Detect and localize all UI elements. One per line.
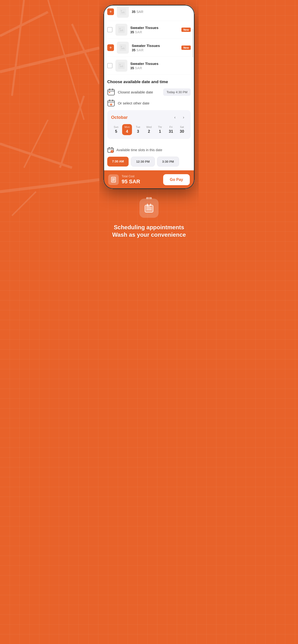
time-slot-330pm[interactable]: 3:30 PM [157, 157, 179, 166]
svg-rect-31 [109, 147, 110, 148]
new-badge-1: New [181, 28, 191, 32]
promo-section: Scheduling appointments Wash as your con… [106, 189, 192, 248]
calendar-days-grid: Sun 5 Mon 4 Tue 3 [111, 124, 187, 135]
new-badge-2: New [181, 46, 191, 50]
product-image-3 [115, 60, 127, 72]
receipt-icon [108, 174, 119, 185]
date-section: Choose available date and time Closest a… [103, 75, 195, 146]
promo-icon-wrapper [112, 198, 186, 218]
calendar-day-tue3[interactable]: Tue 3 [133, 124, 143, 135]
product-item-2: + Sweater Tissues 35 SAR [107, 39, 191, 57]
svg-rect-45 [150, 204, 151, 206]
product-checkbox-1[interactable] [107, 27, 112, 32]
product-image-1 [115, 24, 127, 36]
go-pay-button[interactable]: Go Pay [163, 174, 190, 185]
product-price-2: 35 SAR [132, 48, 179, 52]
product-item-partial: + 35 SAR [107, 5, 191, 21]
calendar-month: Octobar [111, 115, 128, 120]
svg-point-17 [119, 64, 121, 66]
closest-date-label: Closest available date [118, 90, 160, 94]
calendar-day-sat30[interactable]: Sat 30 [177, 124, 187, 135]
svg-rect-14 [119, 44, 126, 51]
product-image-0 [117, 6, 129, 18]
svg-point-11 [121, 10, 122, 12]
calendar-day-wed2[interactable]: Wed 2 [144, 124, 154, 135]
phone-frame: + 35 SAR [103, 5, 195, 189]
calendar-add-icon [107, 99, 115, 107]
product-item-3: Sweater Tissues 35 SAR [107, 57, 191, 75]
bottom-bar: Total Cost 95 SAR Go Pay [103, 170, 195, 189]
calendar-day-mon4[interactable]: Mon 4 [122, 124, 132, 135]
time-slots-text: Available time slots in this date [116, 148, 162, 152]
product-image-2 [117, 42, 129, 54]
calendar-widget: Octobar ‹ › Sun 5 [107, 110, 191, 139]
calendar-day-fri31[interactable]: Fri 31 [166, 124, 176, 135]
product-list: + 35 SAR [103, 5, 195, 75]
product-price-0: 35 SAR [132, 10, 191, 14]
date-section-title: Choose available date and time [107, 80, 191, 84]
product-add-button-2[interactable]: + [107, 44, 114, 51]
product-info-0: 35 SAR [132, 10, 191, 14]
calendar-navigation: ‹ › [172, 114, 187, 121]
svg-rect-26 [112, 100, 113, 101]
time-slots-icon [107, 146, 114, 153]
calendar-header: Octobar ‹ › [111, 114, 187, 121]
calendar-day-sun5[interactable]: Sun 5 [111, 124, 121, 135]
other-date-label: Or select other date [118, 101, 191, 105]
promo-title: Scheduling appointments Wash as your con… [112, 224, 186, 238]
svg-rect-44 [147, 204, 148, 206]
svg-rect-20 [109, 89, 110, 90]
product-info-1: Sweater Tissues 35 SAR [130, 26, 179, 34]
product-price-3: 35 SAR [130, 66, 191, 70]
product-name-1: Sweater Tissues [130, 26, 179, 30]
svg-rect-22 [109, 92, 110, 93]
svg-rect-21 [112, 89, 113, 90]
product-price-1: 35 SAR [130, 30, 179, 34]
scrollbar[interactable] [192, 29, 193, 58]
calendar-icon [107, 88, 115, 96]
product-img-icon-2 [119, 44, 126, 51]
svg-rect-25 [109, 100, 110, 101]
svg-rect-32 [112, 147, 112, 148]
product-checkbox-3[interactable] [107, 63, 112, 68]
page-wrapper: + 35 SAR [99, 0, 199, 644]
time-slot-1230pm[interactable]: 12:30 PM [131, 157, 155, 166]
closest-date-option: Closest available date Today 4:30 PM [107, 88, 191, 96]
time-slots-section: Available time slots in this date 7:30 A… [103, 146, 195, 170]
product-info-3: Sweater Tissues 35 SAR [130, 62, 191, 70]
calendar-day-thr1[interactable]: Thr 1 [155, 124, 165, 135]
product-info-2: Sweater Tissues 35 SAR [132, 44, 179, 52]
time-slots-label: Available time slots in this date [107, 146, 191, 153]
product-add-button-0[interactable]: + [107, 8, 114, 15]
cost-amount: 95 SAR [122, 178, 140, 185]
closest-date-value[interactable]: Today 4:30 PM [163, 88, 191, 96]
time-slots-grid: 7:30 AM 12:30 PM 3:30 PM [107, 157, 191, 166]
promo-icon [139, 198, 159, 218]
calendar-next-button[interactable]: › [180, 114, 187, 121]
receipt-svg [110, 176, 117, 183]
cost-info: Total Cost 95 SAR [108, 174, 140, 185]
svg-rect-12 [118, 26, 125, 33]
product-name-3: Sweater Tissues [130, 62, 191, 66]
time-slot-730am[interactable]: 7:30 AM [107, 157, 129, 166]
cost-details: Total Cost 95 SAR [122, 175, 140, 185]
product-img-icon-3 [118, 62, 125, 69]
svg-rect-16 [118, 62, 125, 69]
svg-rect-18 [108, 89, 114, 95]
svg-rect-10 [119, 8, 126, 15]
cost-label: Total Cost [122, 175, 140, 178]
promo-icon-svg [143, 203, 155, 214]
other-date-option[interactable]: Or select other date [107, 99, 191, 107]
product-item-1: Sweater Tissues 35 SAR New [107, 21, 191, 39]
calendar-prev-button[interactable]: ‹ [172, 114, 178, 121]
product-img-icon-1 [118, 26, 125, 33]
product-img-icon-0 [119, 8, 126, 15]
svg-point-13 [119, 28, 121, 30]
phone-content: + 35 SAR [103, 5, 195, 189]
product-name-2: Sweater Tissues [132, 44, 179, 48]
svg-point-15 [121, 46, 122, 48]
